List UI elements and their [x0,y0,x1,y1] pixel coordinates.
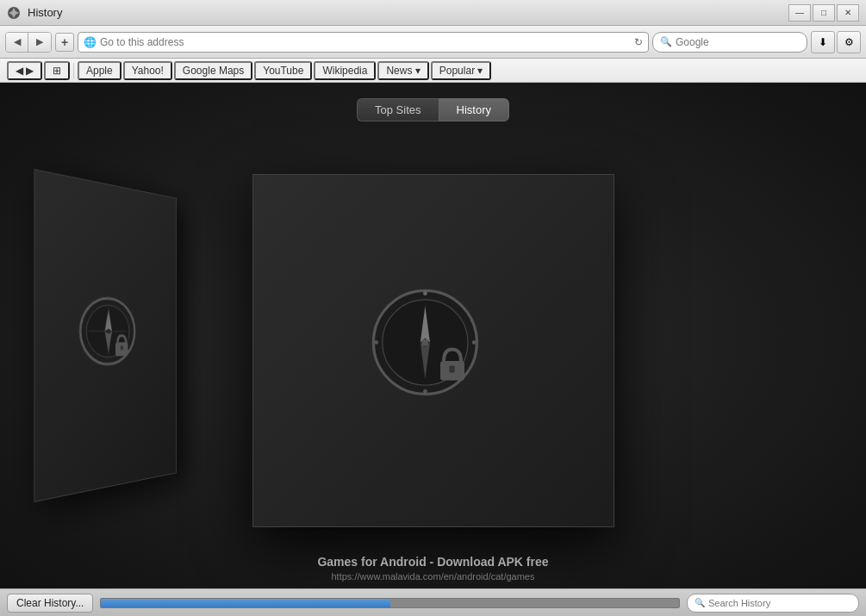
bookmark-youtube-label: YouTube [263,65,303,77]
bookmark-popular-label: Popular ▾ [439,65,483,77]
bookmark-apple[interactable]: Apple [78,61,121,80]
settings-button[interactable]: ⚙ [837,31,861,53]
progress-bar [100,598,680,608]
bookmark-popular[interactable]: Popular ▾ [431,61,492,80]
bookmark-news[interactable]: News ▾ [377,61,428,80]
card-left[interactable] [34,169,176,502]
separator [73,63,74,78]
globe-icon: 🌐 [84,36,97,48]
page-info: Games for Android - Download APK free ht… [0,555,866,582]
bookmark-news-label: News ▾ [386,65,420,77]
refresh-button[interactable]: ↻ [634,36,643,48]
address-input[interactable] [100,36,631,48]
search-bar[interactable]: 🔍 [652,32,807,53]
minimize-button[interactable]: — [788,4,811,22]
back-icon: ◀ [16,65,23,77]
svg-rect-9 [121,345,123,350]
page-url-text: https://www.malavida.com/en/android/cat/… [0,571,866,582]
search-history-icon: 🔍 [695,598,705,607]
download-icon: ⬇ [819,36,827,48]
tab-buttons: Top Sites History [0,83,866,132]
tab-history[interactable]: History [439,98,509,121]
history-nav-button[interactable]: ◀ ▶ [7,61,42,80]
compass-icon-main [364,282,502,420]
main-content: Top Sites History [0,83,866,588]
download-button[interactable]: ⬇ [811,31,835,53]
carousel-area [0,132,866,569]
search-icon: 🔍 [660,36,672,47]
nav-buttons: ◀ ▶ [5,32,52,53]
bookmarks-bar: ◀ ▶ ⊞ Apple Yahoo! Google Maps YouTube W… [0,59,866,83]
search-history-bar[interactable]: 🔍 [687,594,859,613]
progress-bar-fill [101,599,389,607]
search-input[interactable] [676,36,805,48]
search-history-input[interactable] [708,598,851,608]
bookmark-wikipedia-label: Wikipedia [322,65,367,77]
page-title-text: Games for Android - Download APK free [0,555,866,569]
bookmark-apple-label: Apple [86,65,113,77]
svg-point-18 [374,340,378,345]
maximize-button[interactable]: □ [813,4,835,22]
bookmark-google-maps[interactable]: Google Maps [174,61,252,80]
svg-point-16 [423,291,427,296]
toolbar-actions: ⬇ ⚙ [811,31,861,53]
bookmarks-grid-button[interactable]: ⊞ [44,61,70,80]
svg-point-17 [423,389,427,393]
card-main[interactable] [252,174,614,527]
bookmark-yahoo-label: Yahoo! [132,65,164,77]
window-controls: — □ ✕ [788,4,859,22]
tab-top-sites[interactable]: Top Sites [357,98,438,121]
close-button[interactable]: ✕ [837,4,859,22]
bottom-bar: Clear History... 🔍 [0,588,866,616]
compass-icon-small [75,289,146,380]
bookmark-yahoo[interactable]: Yahoo! [123,61,172,80]
add-tab-button[interactable]: + [55,33,74,52]
svg-point-14 [421,339,428,345]
window-title: History [28,6,782,19]
app-icon [7,6,21,20]
toolbar: ◀ ▶ + 🌐 ↻ 🔍 ⬇ ⚙ [0,26,866,59]
forward-icon: ▶ [26,65,34,77]
address-bar[interactable]: 🌐 ↻ [78,32,649,53]
grid-icon: ⊞ [53,65,61,77]
forward-button[interactable]: ▶ [28,33,51,52]
back-button[interactable]: ◀ [6,33,28,52]
gear-icon: ⚙ [844,36,854,48]
bookmark-google-maps-label: Google Maps [183,65,244,77]
svg-rect-21 [449,365,454,372]
clear-history-button[interactable]: Clear History... [7,594,93,613]
svg-point-19 [471,340,476,345]
bookmark-wikipedia[interactable]: Wikipedia [314,61,376,80]
bookmark-youtube[interactable]: YouTube [254,61,312,80]
title-bar: History — □ ✕ [0,0,866,26]
